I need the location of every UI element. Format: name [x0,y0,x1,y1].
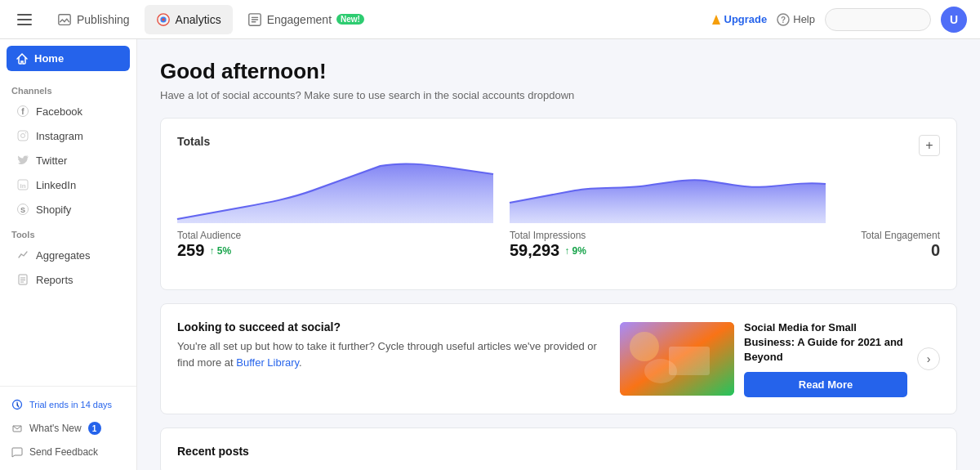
sidebar-item-aggregates[interactable]: Aggregates [5,243,131,267]
trial-info: Trial ends in 14 days [0,393,136,416]
trial-label: Trial ends in 14 days [29,400,112,410]
svg-text:?: ? [781,16,786,25]
audience-chart-block: Total Audience 259 ↑ 5% [177,158,493,260]
total-engagement-block: Total Engagement 0 [842,230,940,260]
channels-section-label: Channels [0,78,136,99]
sidebar-feedback[interactable]: Send Feedback [0,441,136,463]
tools-section-label: Tools [0,222,136,243]
whats-new-badge: 1 [88,422,101,435]
sidebar-bottom: Trial ends in 14 days What's New 1 Send … [0,386,136,470]
article-heading: Looking to succeed at social? [177,320,607,333]
impressions-change: ↑ 9% [564,245,586,257]
tab-publishing-label: Publishing [77,13,130,26]
article-card: Looking to succeed at social? You're all… [160,303,957,414]
twitter-icon [16,154,29,167]
audience-value: 259 ↑ 5% [177,241,493,260]
impressions-label: Total Impressions [510,230,826,241]
svg-rect-0 [17,14,32,16]
menu-icon[interactable] [13,8,36,31]
sidebar-item-linkedin[interactable]: in LinkedIn [5,172,131,197]
instagram-icon [16,129,29,142]
totals-card: Totals + [160,118,957,290]
sidebar: Home Channels f Facebook Instagram Twitt… [0,39,137,470]
facebook-label: Facebook [36,105,82,118]
article-image-area: Social Media for Small Business: A Guide… [620,320,940,397]
svg-text:S: S [20,206,25,214]
shopify-icon: S [16,203,29,216]
sidebar-item-instagram[interactable]: Instagram [5,123,131,148]
article-meta: Social Media for Small Business: A Guide… [744,320,907,397]
new-badge: New! [336,14,364,25]
tab-engagement-label: Engagement [267,13,332,26]
article-description: You're all set up but how to take it fur… [177,338,607,370]
upgrade-button[interactable]: Upgrade [711,13,768,25]
aggregates-label: Aggregates [36,249,91,262]
reports-icon [16,273,29,286]
shopify-label: Shopify [36,204,71,216]
svg-rect-1 [17,19,32,20]
feedback-label: Send Feedback [29,446,98,458]
svg-rect-2 [17,24,32,25]
read-more-button[interactable]: Read More [744,372,907,397]
facebook-icon: f [16,105,29,118]
impressions-chart-block: Total Impressions 59,293 ↑ 9% [510,158,826,260]
audience-change: ↑ 5% [209,245,231,257]
svg-point-28 [630,332,659,361]
tab-publishing[interactable]: Publishing [46,5,141,34]
greeting-title: Good afternoon! [160,59,957,84]
sidebar-home[interactable]: Home [7,46,130,71]
top-navigation: Publishing Analytics Engagement New! Upg… [0,0,980,39]
engagement-value: 0 [842,241,940,260]
avatar[interactable]: U [941,7,967,33]
twitter-label: Twitter [36,154,67,167]
impressions-value: 59,293 ↑ 9% [510,241,826,260]
totals-expand-button[interactable]: + [919,135,940,156]
article-body-suffix: . [299,356,302,369]
article-thumbnail [620,322,734,396]
totals-card-header: Totals + [177,135,940,158]
svg-text:in: in [20,182,25,190]
instagram-label: Instagram [36,130,83,142]
recent-posts-card: Recent posts [160,427,957,470]
sidebar-item-facebook[interactable]: f Facebook [5,99,131,123]
buffer-library-link[interactable]: Buffer Library [236,356,299,369]
article-card-title: Social Media for Small Business: A Guide… [744,320,907,365]
whats-new-label: What's New [29,423,82,434]
recent-posts-title: Recent posts [177,445,940,458]
sidebar-item-reports[interactable]: Reports [5,267,131,292]
article-text: Looking to succeed at social? You're all… [177,320,607,370]
svg-point-15 [25,132,27,134]
page-layout: Home Channels f Facebook Instagram Twitt… [0,39,980,470]
svg-marker-8 [712,15,720,25]
audience-label: Total Audience [177,230,493,241]
main-content: Good afternoon! Have a lot of social acc… [137,39,980,470]
topnav-right: Upgrade ? Help U [711,7,967,33]
sidebar-home-label: Home [34,52,64,65]
help-button[interactable]: ? Help [777,13,815,26]
linkedin-label: LinkedIn [36,179,76,191]
sidebar-whats-new[interactable]: What's New 1 [0,416,136,441]
totals-title: Totals [177,135,210,148]
linkedin-icon: in [16,178,29,191]
svg-text:f: f [21,107,24,116]
reports-label: Reports [36,274,74,286]
sidebar-item-twitter[interactable]: Twitter [5,148,131,172]
svg-point-6 [162,18,165,21]
audience-chart [177,158,493,223]
engagement-label: Total Engagement [842,230,940,241]
chart-area: Total Audience 259 ↑ 5% [177,158,940,260]
sidebar-item-shopify[interactable]: S Shopify [5,197,131,222]
aggregates-icon [16,248,29,262]
svg-rect-27 [669,347,710,375]
svg-rect-3 [59,14,70,25]
article-next-button[interactable]: › [917,347,940,370]
tab-analytics[interactable]: Analytics [145,5,233,34]
svg-rect-13 [18,131,28,141]
search-input[interactable] [825,8,931,31]
greeting-subtitle: Have a lot of social accounts? Make sure… [160,89,957,101]
impressions-chart [510,158,826,223]
svg-point-14 [21,134,25,138]
tab-analytics-label: Analytics [176,13,221,26]
article-card-inner: Looking to succeed at social? You're all… [177,320,940,397]
tab-engagement[interactable]: Engagement New! [236,5,376,34]
